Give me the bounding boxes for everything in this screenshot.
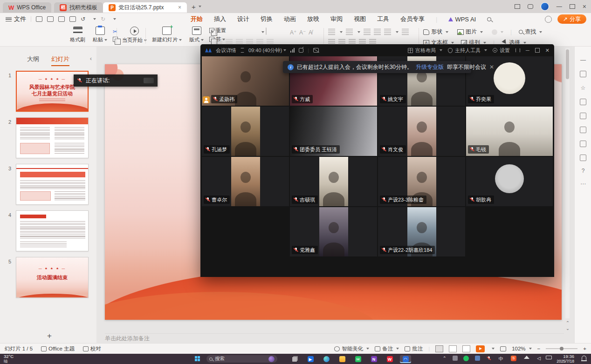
tab-list-caret[interactable]: [199, 6, 201, 7]
print-preview-icon[interactable]: [69, 16, 76, 22]
media-player-app[interactable]: ▶: [305, 355, 316, 363]
tab-wps-ai[interactable]: WPS AI: [448, 16, 476, 23]
tab-close-icon[interactable]: ×: [178, 4, 181, 11]
increase-font-icon[interactable]: A⁺: [290, 29, 296, 36]
redo-icon[interactable]: ↻: [101, 16, 107, 22]
smart-beautify-button[interactable]: 智能美化: [334, 345, 369, 352]
window-minimize-button[interactable]: —: [557, 3, 562, 10]
host-tools-button[interactable]: 主持人工具: [448, 47, 487, 54]
save-icon[interactable]: [36, 16, 42, 22]
fit-slide-icon[interactable]: [500, 346, 506, 351]
cloud-sync-icon[interactable]: [545, 16, 552, 23]
notes-bar[interactable]: 单击此处添加备注: [105, 333, 564, 343]
search-icon[interactable]: [487, 17, 491, 21]
collapse-panel-icon[interactable]: ‹: [90, 55, 92, 62]
settings-button[interactable]: 设置: [493, 47, 510, 54]
help-icon[interactable]: ?: [580, 168, 586, 174]
resources-icon[interactable]: [580, 99, 586, 105]
play-from-current-button[interactable]: 当页开始: [120, 26, 149, 44]
tab-transition[interactable]: 切换: [261, 15, 273, 23]
new-tab-button[interactable]: +: [192, 3, 196, 11]
sogou-ime-icon[interactable]: S: [511, 356, 516, 361]
rewards-icon[interactable]: [580, 141, 586, 147]
workspace-icon[interactable]: [515, 4, 520, 9]
meeting-close-button[interactable]: ✕: [545, 47, 550, 54]
tab-review[interactable]: 审阅: [330, 15, 343, 23]
wps-app[interactable]: W: [384, 355, 395, 363]
skin-icon[interactable]: [528, 4, 533, 9]
zoom-slider[interactable]: [546, 348, 577, 349]
tab-wps-home[interactable]: W WPS Office: [3, 2, 51, 13]
window-maximize-button[interactable]: [570, 4, 575, 9]
participant-tile[interactable]: 孔涵梦: [202, 107, 289, 156]
fullscreen-icon[interactable]: [515, 48, 520, 53]
user-avatar[interactable]: [541, 2, 549, 11]
participant-tile[interactable]: 胡歆冉: [466, 157, 553, 206]
slide-thumbnail-4[interactable]: [16, 210, 89, 251]
properties-icon[interactable]: [580, 71, 586, 77]
decrease-indent-icon[interactable]: [364, 29, 371, 35]
meeting-minimize-button[interactable]: ─: [526, 47, 529, 53]
zoom-level[interactable]: 102%: [512, 346, 531, 351]
comments-button[interactable]: 批注: [405, 345, 423, 352]
reading-view-button[interactable]: [462, 345, 470, 352]
meeting-timer[interactable]: 09:40 (40分钟): [248, 47, 286, 54]
format-painter-button[interactable]: 格式刷: [68, 26, 87, 44]
tray-expand-chevron[interactable]: ⌃: [443, 356, 447, 361]
battery-icon[interactable]: [546, 356, 552, 359]
wifi-icon[interactable]: [524, 356, 529, 359]
tab-insert[interactable]: 插入: [214, 15, 226, 23]
picture-button[interactable]: 图片: [457, 28, 483, 36]
tray-record-icon[interactable]: [475, 356, 480, 361]
meeting-details-button[interactable]: 会议详情: [216, 47, 236, 54]
notes-button[interactable]: 备注: [375, 345, 399, 352]
qrcode-icon[interactable]: [580, 155, 586, 161]
shapes-button[interactable]: 形状: [423, 28, 448, 36]
tab-member[interactable]: 会员专享: [400, 15, 425, 23]
bullet-list-icon[interactable]: [328, 29, 335, 35]
more-icon[interactable]: ⋯: [580, 181, 586, 187]
onenote-app[interactable]: N: [368, 355, 379, 363]
slideshow-play-button[interactable]: [476, 345, 485, 352]
avatar-insert-button[interactable]: [492, 29, 503, 35]
zoom-in-button[interactable]: +: [583, 346, 586, 351]
mail-app[interactable]: ✉: [352, 355, 364, 363]
participant-tile[interactable]: 党雅鑫: [290, 207, 377, 256]
increase-indent-icon[interactable]: [374, 29, 381, 35]
volume-icon[interactable]: ◁: [537, 356, 541, 361]
taskbar-clock[interactable]: 19:36 2025/7/18: [557, 354, 574, 364]
task-view-button[interactable]: [289, 355, 300, 363]
cut-icon[interactable]: ✂: [113, 28, 118, 35]
weather-widget[interactable]: 32°C 晴: [4, 354, 14, 364]
print-icon[interactable]: [58, 16, 65, 22]
ime-indicator[interactable]: 中: [499, 356, 503, 362]
file-explorer-app[interactable]: [337, 355, 348, 363]
participant-tile[interactable]: 肖文俊: [378, 107, 465, 156]
share-button[interactable]: ↗ 分享: [557, 14, 586, 24]
add-slide-button[interactable]: +: [45, 331, 54, 341]
participant-tile[interactable]: 毛锐: [466, 107, 553, 156]
favorites-star-icon[interactable]: ☆: [580, 85, 586, 91]
file-menu[interactable]: 文件: [0, 15, 31, 23]
undo-icon[interactable]: ↺: [81, 16, 87, 22]
clipart-icon[interactable]: [580, 113, 586, 119]
tencent-meeting-app[interactable]: ◠: [400, 355, 411, 363]
open-external-icon[interactable]: [299, 48, 303, 53]
play-options-caret[interactable]: [492, 348, 495, 350]
participant-tile[interactable]: 产设23-3陈粮畲: [378, 157, 465, 206]
tab-slideshow[interactable]: 放映: [307, 15, 319, 23]
new-slide-button[interactable]: 新建幻灯片: [150, 26, 184, 44]
collapse-rail-icon[interactable]: —: [580, 57, 586, 63]
banner-close-icon[interactable]: ✕: [489, 64, 494, 70]
start-button[interactable]: [195, 356, 200, 362]
find-button[interactable]: 查找: [519, 28, 542, 36]
upgrade-link[interactable]: 升级专业版: [416, 63, 444, 71]
font-family-select[interactable]: [215, 27, 216, 35]
copy-icon[interactable]: [113, 37, 118, 42]
grid-layout-button[interactable]: 宫格布局: [408, 47, 442, 54]
notification-bell-icon[interactable]: [582, 356, 586, 360]
recording-off-icon[interactable]: [313, 48, 319, 53]
participant-tile[interactable]: 团委委员 王钰清: [290, 107, 377, 156]
zoom-slider-knob[interactable]: [560, 347, 564, 351]
tab-outline[interactable]: 大纲: [27, 55, 39, 66]
